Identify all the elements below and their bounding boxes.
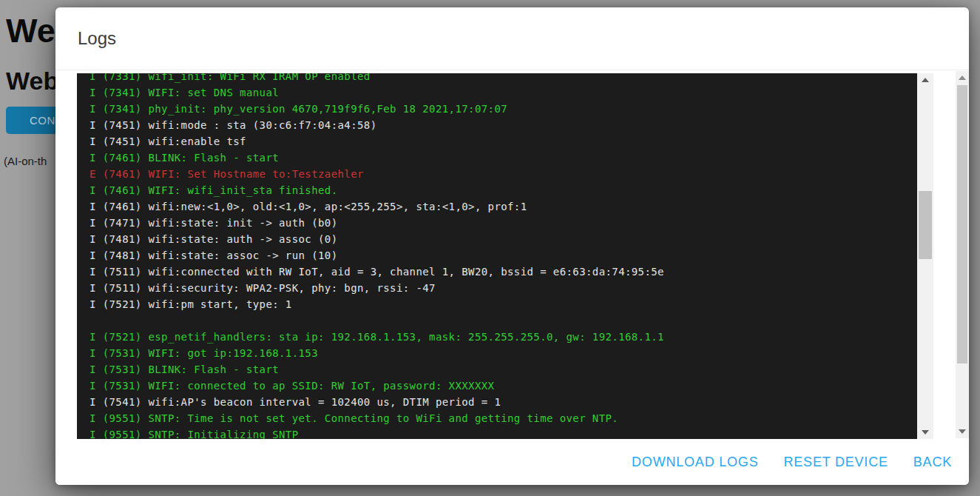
log-scrollbar[interactable] — [917, 73, 933, 439]
log-line: E (7461) WIFI: Set Hostname to:Testzaehl… — [89, 166, 911, 182]
log-line: I (7471) wifi:state: init -> auth (b0) — [89, 215, 911, 231]
log-line: I (7481) wifi:state: auth -> assoc (0) — [89, 231, 911, 247]
log-line — [89, 312, 911, 329]
log-line: I (7461) WIFI: wifi_init_sta finished. — [89, 182, 911, 198]
scroll-down-arrow-icon — [922, 430, 929, 435]
log-line: I (7531) BLINK: Flash - start — [89, 361, 911, 378]
download-logs-button[interactable]: DOWNLOAD LOGS — [632, 455, 758, 470]
scroll-down-button[interactable] — [956, 425, 969, 438]
log-line: I (7461) wifi:new:<1,0>, old:<1,0>, ap:<… — [89, 198, 911, 215]
log-line: I (9551) SNTP: Initializing SNTP — [89, 426, 911, 439]
log-line: I (7341) phy_init: phy_version 4670,719f… — [89, 101, 911, 117]
modal-body-scrollbar[interactable] — [956, 71, 969, 438]
page-note: (AI-on-th — [4, 155, 55, 167]
log-lines: I (7331) wifi_init: WiFi RX IRAM OP enab… — [89, 73, 911, 439]
page-subheading: Web — [6, 67, 56, 95]
reset-device-button[interactable]: RESET DEVICE — [783, 455, 888, 470]
scroll-up-arrow-icon — [959, 76, 966, 80]
log-line: I (7341) WIFI: set DNS manual — [89, 84, 911, 101]
modal-footer: DOWNLOAD LOGSRESET DEVICEBACK — [55, 439, 969, 485]
scroll-up-arrow-icon — [922, 78, 929, 82]
log-scrollbar-thumb[interactable] — [919, 191, 932, 259]
scroll-up-button[interactable] — [956, 71, 969, 84]
scroll-down-button[interactable] — [917, 426, 933, 439]
modal-scrollbar-thumb[interactable] — [957, 85, 967, 363]
log-line: I (7511) wifi:security: WPA2-PSK, phy: b… — [89, 280, 911, 296]
log-line: I (7521) esp_netif_handlers: sta ip: 192… — [89, 329, 911, 345]
log-line: I (7481) wifi:state: assoc -> run (10) — [89, 247, 911, 264]
scroll-up-button[interactable] — [917, 73, 933, 87]
log-line: I (7541) wifi:AP's beacon interval = 102… — [89, 394, 911, 410]
page-heading: Wel — [6, 12, 56, 50]
log-line: I (9551) SNTP: Time is not set yet. Conn… — [89, 410, 911, 426]
log-console[interactable]: I (7331) wifi_init: WiFi RX IRAM OP enab… — [77, 73, 933, 439]
log-line: I (7531) WIFI: got ip:192.168.1.153 — [89, 345, 911, 361]
log-line: I (7461) BLINK: Flash - start — [89, 150, 911, 166]
log-line: I (7531) WIFI: connected to ap SSID: RW … — [89, 378, 911, 394]
log-line: I (7521) wifi:pm start, type: 1 — [89, 296, 911, 312]
log-line: I (7511) wifi:connected with RW IoT, aid… — [89, 264, 911, 280]
back-button[interactable]: BACK — [913, 455, 952, 470]
log-line: I (7331) wifi_init: WiFi RX IRAM OP enab… — [89, 73, 911, 84]
log-line: I (7451) wifi:enable tsf — [89, 133, 911, 150]
scroll-down-arrow-icon — [959, 429, 966, 434]
modal-header: Logs — [55, 7, 969, 70]
modal-title: Logs — [78, 28, 116, 49]
log-line: I (7451) wifi:mode : sta (30:c6:f7:04:a4… — [89, 117, 911, 133]
logs-modal: Logs I (7331) wifi_init: WiFi RX IRAM OP… — [55, 7, 969, 485]
